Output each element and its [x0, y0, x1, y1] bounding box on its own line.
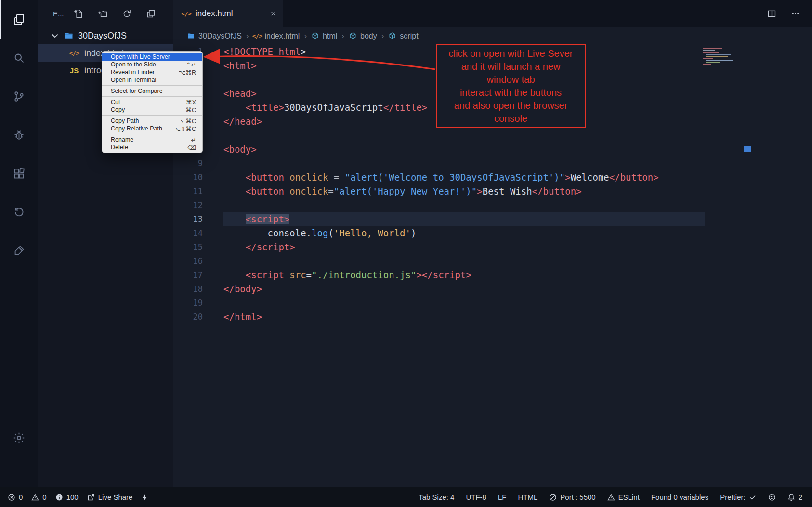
status-label: Found 0 variables [651, 493, 708, 501]
line-number: 16 [173, 254, 203, 268]
activity-settings[interactable] [0, 418, 38, 457]
menu-item-label: Cut [111, 99, 120, 105]
code-token: " [411, 270, 416, 280]
cube-icon [311, 32, 319, 40]
folder-name: 30DaysOfJS [78, 31, 127, 41]
code-token [223, 242, 246, 252]
code-token: . [306, 228, 312, 238]
status-live-share[interactable]: Live Share [87, 493, 133, 501]
status-0[interactable]: 0 [31, 493, 46, 501]
folder-icon [64, 31, 74, 40]
code-text [203, 254, 223, 268]
code-token: > [416, 270, 421, 280]
breadcrumb-body[interactable]: body [349, 32, 377, 40]
menu-item-label: Rename [111, 136, 133, 143]
code-text: <body> [203, 143, 257, 156]
code-token: "alert('Happy New Year!')" [334, 186, 477, 196]
code-token: </button> [532, 186, 582, 196]
code-text: <head> [203, 87, 257, 101]
tab-index-html[interactable]: </> index.html [173, 0, 283, 27]
menu-item-reveal-in-finder[interactable]: Reveal in Finder⌥⌘R [102, 68, 202, 76]
breadcrumb-html[interactable]: html [311, 32, 337, 40]
status-bar: 00100Live Share Tab Size: 4UTF-8LFHTMLPo… [0, 487, 812, 507]
activity-search[interactable] [0, 39, 38, 77]
explorer-header-actions [74, 9, 156, 19]
source-control-icon [13, 90, 26, 103]
menu-item-select-for-compare[interactable]: Select for Compare [102, 87, 202, 95]
status-lf[interactable]: LF [498, 493, 507, 501]
status-utf-8[interactable]: UTF-8 [466, 493, 486, 501]
status-prettier[interactable]: Prettier: [720, 493, 757, 501]
new-folder-icon[interactable] [98, 9, 108, 19]
status-right-group: Tab Size: 4UTF-8LFHTMLPort : 5500ESLintF… [419, 493, 802, 501]
status-label: 0 [42, 493, 46, 501]
code-token [223, 214, 246, 224]
activity-extensions[interactable] [0, 154, 38, 193]
status-2[interactable]: 2 [787, 493, 802, 501]
menu-item-label: Open in Terminal [111, 77, 156, 83]
activity-explorer[interactable] [0, 0, 38, 39]
code-token: Best Wish [483, 186, 532, 196]
breadcrumb-separator: › [341, 31, 344, 41]
menu-item-copy[interactable]: Copy⌘C [102, 106, 202, 114]
status-0[interactable]: 0 [8, 493, 23, 501]
code-token: </script> [422, 270, 471, 280]
status-html[interactable]: HTML [518, 493, 537, 501]
status-smiley[interactable] [768, 494, 776, 501]
menu-item-delete[interactable]: Delete⌫ [102, 143, 202, 151]
search-icon [13, 52, 26, 65]
status-label: LF [498, 493, 507, 501]
close-tab-icon[interactable] [270, 10, 277, 17]
status-port-5500[interactable]: Port : 5500 [549, 493, 595, 501]
menu-item-open-with-live-server[interactable]: Open with Live Server [102, 53, 202, 61]
breadcrumb-30daysofjs[interactable]: 30DaysOfJS [187, 32, 242, 40]
status-100[interactable]: 100 [55, 493, 79, 501]
code-text [203, 296, 223, 310]
new-file-icon[interactable] [74, 9, 84, 19]
menu-item-label: Copy Relative Path [111, 125, 162, 132]
menu-item-open-in-terminal[interactable]: Open in Terminal [102, 76, 202, 84]
code-line-17: 17 <script src="./introduction.js"></scr… [173, 268, 812, 282]
collapse-all-icon[interactable] [146, 9, 156, 19]
activity-bar [0, 0, 38, 487]
code-text: console.log('Hello, World') [203, 226, 416, 240]
activity-history[interactable] [0, 193, 38, 231]
html-file-icon: </> [182, 10, 190, 18]
code-token [223, 102, 246, 113]
refresh-icon[interactable] [122, 9, 132, 19]
menu-shortcut: ⌃↵ [186, 61, 196, 68]
breadcrumb-index-html[interactable]: </>index.html [253, 32, 300, 40]
breadcrumb-script[interactable]: script [388, 32, 418, 40]
breadcrumb-separator: › [246, 31, 249, 41]
code-line-12: 12 [173, 198, 812, 212]
code-token: onclick [289, 186, 328, 196]
status-zap[interactable] [141, 494, 149, 501]
status-tab-size-4[interactable]: Tab Size: 4 [419, 493, 454, 501]
menu-item-cut[interactable]: Cut⌘X [102, 98, 202, 106]
line-number: 11 [173, 184, 203, 198]
line-number: 17 [173, 268, 203, 282]
menu-item-copy-relative-path[interactable]: Copy Relative Path⌥⇧⌘C [102, 125, 202, 132]
status-found-0-variables[interactable]: Found 0 variables [651, 493, 708, 501]
activity-source-control[interactable] [0, 77, 38, 116]
activity-code-review[interactable] [0, 231, 38, 270]
code-line-13: 13 <script> [173, 212, 812, 226]
menu-item-copy-path[interactable]: Copy Path⌥⌘C [102, 117, 202, 125]
code-line-14: 14 console.log('Hello, World') [173, 226, 812, 240]
code-token: <button [246, 186, 290, 196]
code-token: " [312, 270, 317, 280]
code-token: <head> [223, 88, 257, 99]
menu-item-open-to-the-side[interactable]: Open to the Side⌃↵ [102, 61, 202, 68]
split-editor-icon[interactable] [767, 9, 777, 19]
bell-icon [787, 494, 795, 501]
minimap[interactable] [701, 47, 743, 67]
activity-debug[interactable] [0, 116, 38, 154]
folder-root-row[interactable]: 30DaysOfJS [38, 27, 173, 44]
code-token: "alert('Welcome to 30DaysOfJavaScript')" [345, 172, 565, 182]
status-eslint[interactable]: ESLint [607, 493, 640, 501]
code-text: </head> [203, 115, 262, 129]
menu-item-rename[interactable]: Rename↵ [102, 136, 202, 143]
menu-shortcut: ⌘C [185, 106, 196, 114]
more-actions-icon[interactable] [790, 9, 800, 19]
overview-ruler-marker [744, 146, 751, 152]
